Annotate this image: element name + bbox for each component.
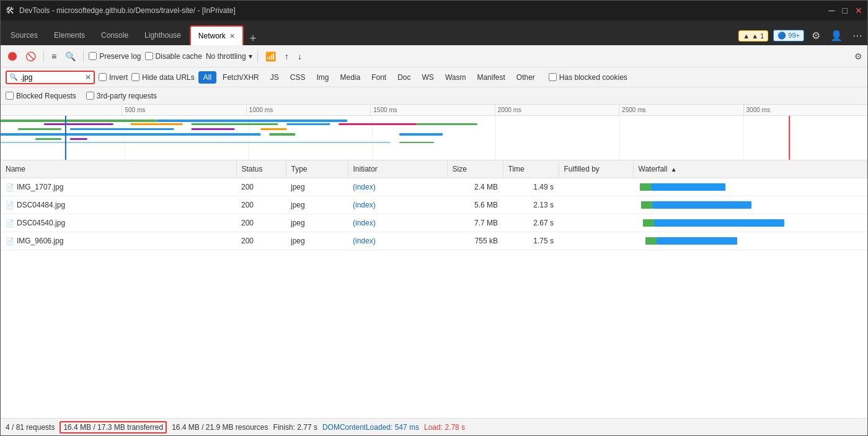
has-blocked-cookies-checkbox[interactable] bbox=[549, 73, 557, 81]
toolbar-sep-1 bbox=[43, 51, 44, 62]
waterfall-cell bbox=[633, 232, 867, 250]
type-cell: jpeg bbox=[286, 214, 348, 232]
tab-network-label: Network bbox=[198, 32, 226, 40]
col-time[interactable]: Time bbox=[503, 160, 559, 178]
initiator-cell[interactable]: (index) bbox=[348, 214, 447, 232]
download-icon: ↓ bbox=[298, 51, 302, 61]
restore-button[interactable]: □ bbox=[843, 6, 848, 15]
wf-blue-bar bbox=[657, 237, 737, 245]
tab-elements[interactable]: Elements bbox=[46, 25, 92, 45]
add-tab-button[interactable]: + bbox=[245, 32, 262, 45]
record-button[interactable] bbox=[6, 51, 19, 62]
search-icon: 🔍 bbox=[65, 51, 76, 61]
col-size[interactable]: Size bbox=[447, 160, 503, 178]
clear-icon: 🚫 bbox=[25, 51, 36, 61]
hide-data-urls-checkbox[interactable] bbox=[131, 73, 140, 81]
tab-elements-label: Elements bbox=[54, 31, 85, 40]
filter-css[interactable]: CSS bbox=[285, 71, 311, 84]
tab-sources[interactable]: Sources bbox=[3, 25, 45, 45]
hide-data-urls-label[interactable]: Hide data URLs bbox=[131, 73, 195, 82]
col-initiator[interactable]: Initiator bbox=[348, 160, 447, 178]
info-badge[interactable]: 🔵 99+ bbox=[773, 30, 804, 41]
col-name[interactable]: Name bbox=[1, 160, 236, 178]
more-button[interactable]: ⋯ bbox=[850, 28, 865, 43]
disable-cache-label[interactable]: Disable cache bbox=[145, 52, 202, 61]
invert-checkbox[interactable] bbox=[99, 73, 107, 81]
third-party-checkbox[interactable] bbox=[86, 92, 94, 100]
table-container[interactable]: Name Status Type Initiator Size Time Ful… bbox=[1, 160, 867, 418]
filter-font[interactable]: Font bbox=[366, 71, 391, 84]
filter-ws[interactable]: WS bbox=[417, 71, 439, 84]
filter-fetchxhr[interactable]: Fetch/XHR bbox=[218, 71, 264, 84]
throttle-selector[interactable]: No throttling ▾ bbox=[206, 52, 252, 61]
has-blocked-cookies-label[interactable]: Has blocked cookies bbox=[549, 73, 627, 82]
blocked-requests-checkbox[interactable] bbox=[6, 92, 14, 100]
timeline-content bbox=[1, 116, 867, 160]
search-input[interactable] bbox=[20, 73, 82, 82]
tab-console[interactable]: Console bbox=[94, 25, 136, 45]
table-header-row: Name Status Type Initiator Size Time Ful… bbox=[1, 160, 867, 178]
svg-rect-22 bbox=[35, 138, 61, 140]
disable-cache-checkbox[interactable] bbox=[145, 52, 153, 60]
info-count: 🔵 99+ bbox=[777, 32, 800, 40]
tab-network[interactable]: Network ✕ bbox=[190, 25, 244, 45]
blocked-requests-text: Blocked Requests bbox=[16, 92, 76, 100]
toolbar-sep-3 bbox=[257, 51, 258, 62]
download-button[interactable]: ↓ bbox=[295, 50, 304, 63]
file-icon: 📄 bbox=[6, 237, 14, 245]
col-fulfilled-by[interactable]: Fulfilled by bbox=[559, 160, 633, 178]
size-cell: 755 kB bbox=[447, 232, 503, 250]
waterfall-cell bbox=[633, 214, 867, 232]
toolbar-gear-icon[interactable]: ⚙ bbox=[854, 51, 862, 61]
settings-button[interactable]: ⚙ bbox=[809, 28, 823, 43]
filter-doc[interactable]: Doc bbox=[392, 71, 415, 84]
filter-button[interactable]: ≡ bbox=[49, 50, 59, 63]
table-row: 📄IMG_1707.jpg200jpeg(index)2.4 MB1.49 s bbox=[1, 178, 867, 196]
col-status[interactable]: Status bbox=[236, 160, 286, 178]
wifi-button[interactable]: 📶 bbox=[263, 50, 278, 63]
toolbar-sep-2 bbox=[83, 51, 84, 62]
hide-data-urls-text: Hide data URLs bbox=[142, 73, 195, 82]
svg-rect-19 bbox=[1, 133, 260, 136]
warning-count: ▲ 1 bbox=[751, 32, 764, 40]
filter-img[interactable]: Img bbox=[311, 71, 334, 84]
time-cell: 2.67 s bbox=[503, 214, 559, 232]
table-row: 📄DSC04484.jpg200jpeg(index)5.6 MB2.13 s bbox=[1, 196, 867, 214]
fulfilled-cell bbox=[559, 214, 633, 232]
warning-badge[interactable]: ▲ ▲ 1 bbox=[738, 30, 768, 41]
filter-all[interactable]: All bbox=[198, 71, 216, 84]
svg-rect-12 bbox=[286, 123, 330, 125]
people-button[interactable]: 👤 bbox=[828, 28, 845, 43]
table-row: 📄DSC04540.jpg200jpeg(index)7.7 MB2.67 s bbox=[1, 214, 867, 232]
upload-button[interactable]: ↑ bbox=[282, 50, 291, 63]
size-cell: 5.6 MB bbox=[447, 196, 503, 214]
filter-other[interactable]: Other bbox=[512, 71, 540, 84]
col-type[interactable]: Type bbox=[286, 160, 348, 178]
filter-icon: ≡ bbox=[51, 51, 56, 61]
invert-label[interactable]: Invert bbox=[99, 73, 128, 82]
minimize-button[interactable]: ─ bbox=[829, 6, 835, 15]
initiator-cell[interactable]: (index) bbox=[348, 232, 447, 250]
initiator-cell[interactable]: (index) bbox=[348, 196, 447, 214]
blocked-requests-label[interactable]: Blocked Requests bbox=[6, 92, 76, 100]
search-button[interactable]: 🔍 bbox=[63, 50, 78, 63]
filter-js[interactable]: JS bbox=[265, 71, 284, 84]
svg-rect-15 bbox=[18, 128, 61, 130]
svg-rect-17 bbox=[192, 128, 235, 130]
tab-network-close[interactable]: ✕ bbox=[229, 32, 235, 40]
preserve-log-label[interactable]: Preserve log bbox=[89, 52, 141, 61]
col-waterfall[interactable]: Waterfall ▲ bbox=[633, 160, 867, 178]
initiator-cell[interactable]: (index) bbox=[348, 178, 447, 196]
search-clear-button[interactable]: ✕ bbox=[85, 73, 91, 82]
filter-manifest[interactable]: Manifest bbox=[472, 71, 510, 84]
close-button[interactable]: ✕ bbox=[855, 6, 862, 15]
clear-button[interactable]: 🚫 bbox=[23, 50, 38, 63]
fulfilled-cell bbox=[559, 196, 633, 214]
filter-wasm[interactable]: Wasm bbox=[440, 71, 471, 84]
waterfall-cell bbox=[633, 178, 867, 196]
preserve-log-checkbox[interactable] bbox=[89, 52, 97, 60]
timeline[interactable]: 500 ms 1000 ms 1500 ms 2000 ms 2500 ms 3… bbox=[1, 105, 867, 160]
filter-media[interactable]: Media bbox=[335, 71, 365, 84]
third-party-label[interactable]: 3rd-party requests bbox=[86, 92, 157, 100]
tab-lighthouse[interactable]: Lighthouse bbox=[137, 25, 188, 45]
